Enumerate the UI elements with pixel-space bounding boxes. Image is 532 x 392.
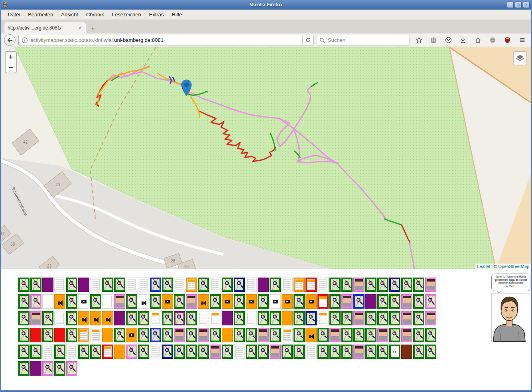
timeline-tile[interactable] xyxy=(341,311,353,325)
timeline-tile[interactable] xyxy=(246,345,257,359)
timeline-tile[interactable] xyxy=(198,328,209,342)
timeline-tile[interactable] xyxy=(102,345,113,359)
timeline-tile[interactable] xyxy=(42,328,53,342)
downloads-button[interactable] xyxy=(457,35,469,46)
timeline-tile[interactable] xyxy=(102,311,113,325)
reload-button[interactable] xyxy=(302,35,313,45)
timeline-tile[interactable] xyxy=(90,311,101,325)
timeline-tile[interactable] xyxy=(126,345,137,359)
timeline-tile[interactable] xyxy=(126,278,137,292)
timeline-tile[interactable] xyxy=(42,294,53,309)
timeline-tile[interactable] xyxy=(222,328,233,342)
timeline-tile[interactable] xyxy=(222,294,233,309)
timeline-tile[interactable] xyxy=(198,294,209,309)
timeline-tile[interactable] xyxy=(162,294,173,309)
timeline-tile[interactable] xyxy=(365,311,376,325)
timeline-tile[interactable] xyxy=(377,328,388,342)
timeline-tile[interactable] xyxy=(30,294,41,309)
timeline-tile[interactable] xyxy=(282,294,293,309)
timeline-tile[interactable] xyxy=(282,278,293,292)
timeline-tile[interactable] xyxy=(150,328,161,342)
timeline-tile[interactable] xyxy=(54,278,65,292)
timeline-tile[interactable] xyxy=(246,311,257,325)
timeline-tile[interactable] xyxy=(389,328,400,342)
timeline-tile[interactable] xyxy=(401,345,412,359)
timeline-tile[interactable] xyxy=(270,311,281,325)
layers-control[interactable] xyxy=(513,51,527,65)
timeline-tile[interactable] xyxy=(258,345,269,359)
timeline-tile[interactable] xyxy=(18,328,30,342)
timeline-tile[interactable] xyxy=(425,294,436,309)
timeline-tile[interactable] xyxy=(425,328,436,342)
timeline-tile[interactable] xyxy=(90,278,101,292)
back-button[interactable] xyxy=(4,34,16,46)
menu-item-extras[interactable]: Extras xyxy=(145,10,168,19)
timeline-tile[interactable] xyxy=(66,294,77,309)
timeline-tile[interactable] xyxy=(54,345,65,359)
timeline-tile[interactable] xyxy=(389,278,400,292)
timeline-tile[interactable] xyxy=(66,278,77,292)
timeline-tile[interactable] xyxy=(413,311,424,325)
timeline-tile[interactable] xyxy=(294,294,305,309)
timeline-tile[interactable] xyxy=(294,311,305,325)
timeline-tile[interactable] xyxy=(210,311,221,325)
url-field[interactable]: activitymapper.static.potato.kinf.wiai.u… xyxy=(18,35,314,45)
timeline-tile[interactable] xyxy=(18,361,30,376)
timeline-tile[interactable] xyxy=(186,328,197,342)
timeline-tile[interactable] xyxy=(18,294,30,309)
timeline-tile[interactable] xyxy=(78,278,89,292)
bookmark-star-button[interactable] xyxy=(413,35,425,46)
timeline-tile[interactable] xyxy=(305,294,317,309)
timeline-tile[interactable] xyxy=(353,345,365,359)
timeline-tile[interactable] xyxy=(353,311,365,325)
tab-active[interactable]: http://activi...erg.de:8081/ × xyxy=(4,22,86,33)
timeline-tile[interactable] xyxy=(198,345,209,359)
zoom-out-button[interactable]: − xyxy=(6,62,16,73)
timeline-tile[interactable] xyxy=(258,278,269,292)
timeline-tile[interactable] xyxy=(305,345,317,359)
timeline-tile[interactable] xyxy=(282,345,293,359)
timeline-tile[interactable] xyxy=(413,294,424,309)
timeline-tile[interactable] xyxy=(150,345,161,359)
timeline-tile[interactable] xyxy=(210,278,221,292)
timeline-tile[interactable] xyxy=(162,311,173,325)
timeline-tile[interactable] xyxy=(138,328,149,342)
timeline-tile[interactable] xyxy=(150,294,161,309)
timeline-tile[interactable]: ♥♥ xyxy=(389,345,400,359)
timeline-tile[interactable] xyxy=(258,294,269,309)
timeline-tile[interactable] xyxy=(42,361,53,376)
tab-close-button[interactable]: × xyxy=(77,25,83,31)
timeline-tile[interactable] xyxy=(150,278,161,292)
timeline-tile[interactable] xyxy=(174,294,185,309)
timeline-tile[interactable] xyxy=(413,278,424,292)
site-info-icon[interactable] xyxy=(22,37,28,43)
menu-item-lesezeichen[interactable]: Lesezeichen xyxy=(108,10,145,19)
timeline-tile[interactable] xyxy=(294,345,305,359)
timeline-tile[interactable] xyxy=(401,311,412,325)
timeline-tile[interactable] xyxy=(377,278,388,292)
timeline-tile[interactable] xyxy=(401,294,412,309)
timeline-tile[interactable] xyxy=(353,328,365,342)
timeline-tile[interactable] xyxy=(54,311,65,325)
timeline-tile[interactable] xyxy=(246,328,257,342)
timeline-tile[interactable] xyxy=(78,294,89,309)
timeline-tile[interactable] xyxy=(305,311,317,325)
timeline-tile[interactable] xyxy=(114,294,125,309)
timeline-tile[interactable] xyxy=(54,328,65,342)
timeline-tile[interactable] xyxy=(66,345,77,359)
timeline-tile[interactable] xyxy=(30,345,41,359)
menu-button[interactable] xyxy=(516,35,528,46)
timeline-tile[interactable] xyxy=(90,294,101,309)
timeline-tile[interactable] xyxy=(138,278,149,292)
timeline-tile[interactable] xyxy=(66,361,77,376)
timeline-tile[interactable] xyxy=(305,328,317,342)
timeline-tile[interactable] xyxy=(162,278,173,292)
timeline-tile[interactable] xyxy=(365,328,376,342)
search-input[interactable] xyxy=(327,37,407,43)
timeline-tile[interactable] xyxy=(18,278,30,292)
timeline-tile[interactable] xyxy=(174,278,185,292)
timeline-tile[interactable] xyxy=(317,311,329,325)
timeline-tile[interactable] xyxy=(186,345,197,359)
timeline-tile[interactable] xyxy=(317,328,329,342)
timeline-tile[interactable] xyxy=(246,278,257,292)
